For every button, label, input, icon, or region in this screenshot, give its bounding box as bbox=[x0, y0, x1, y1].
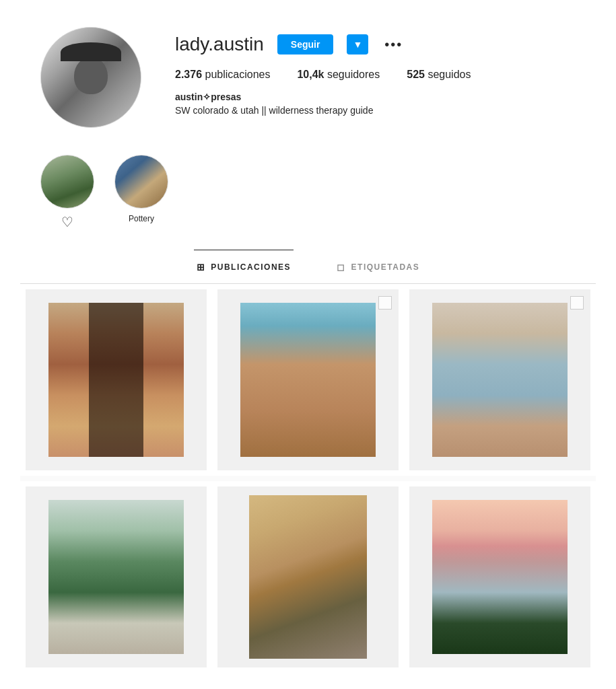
more-options-button[interactable]: ••• bbox=[382, 37, 405, 52]
chevron-down-icon: ▼ bbox=[353, 39, 362, 50]
seguidos-count: 525 bbox=[407, 69, 425, 80]
stat-seguidores[interactable]: 10,4k seguidores bbox=[297, 69, 380, 81]
post-image-6 bbox=[432, 500, 568, 654]
post-image-5 bbox=[249, 495, 367, 658]
row-separator bbox=[20, 476, 596, 481]
post-image-2 bbox=[240, 303, 376, 457]
avatar-wrapper bbox=[40, 27, 141, 128]
posts-grid-row1 bbox=[20, 284, 596, 476]
username: lady.austin bbox=[175, 34, 264, 55]
post-cell-1[interactable] bbox=[20, 284, 212, 476]
seguidores-label: seguidores bbox=[327, 69, 380, 80]
tab-publicaciones[interactable]: ⊞ PUBLICACIONES bbox=[194, 250, 294, 283]
profile-section: lady.austin Seguir ▼ ••• 2.376 publicaci… bbox=[0, 0, 616, 148]
posts-grid-row2 bbox=[20, 481, 596, 673]
seguidos-label: seguidos bbox=[427, 69, 471, 80]
tab-publicaciones-label: PUBLICACIONES bbox=[211, 262, 291, 272]
post-cell-5[interactable] bbox=[212, 481, 404, 673]
highlight-circle-2 bbox=[114, 155, 168, 209]
tab-etiquetadas[interactable]: ◻ ETIQUETADAS bbox=[334, 250, 422, 283]
stat-publicaciones[interactable]: 2.376 publicaciones bbox=[175, 69, 270, 81]
profile-top-row: lady.austin Seguir ▼ ••• bbox=[175, 34, 576, 55]
avatar bbox=[40, 27, 141, 128]
post-photo-river-boats bbox=[432, 303, 568, 457]
stats-row: 2.376 publicaciones 10,4k seguidores 525… bbox=[175, 69, 576, 81]
post-cell-6[interactable] bbox=[404, 481, 596, 673]
highlight-item-heart[interactable]: ♡ bbox=[40, 155, 94, 230]
post-photo-flowers bbox=[249, 495, 367, 658]
post-photo-forest-rock bbox=[48, 500, 184, 654]
post-photo-woman-desert bbox=[240, 303, 376, 457]
post-cell-4[interactable] bbox=[20, 481, 212, 673]
heart-icon: ♡ bbox=[61, 214, 73, 230]
grid-icon: ⊞ bbox=[197, 262, 206, 273]
seguidores-count: 10,4k bbox=[297, 69, 324, 80]
post-photo-canyon bbox=[48, 303, 184, 457]
bookmark-icon-2 bbox=[378, 296, 392, 310]
bio-description: SW colorado & utah || wilderness therapy… bbox=[175, 105, 576, 116]
publicaciones-label: publicaciones bbox=[205, 69, 271, 80]
highlights-section: ♡ Pottery bbox=[0, 148, 616, 250]
dropdown-button[interactable]: ▼ bbox=[347, 34, 368, 55]
posts-grid bbox=[0, 284, 616, 673]
post-image-4 bbox=[48, 500, 184, 654]
tag-icon: ◻ bbox=[337, 262, 346, 273]
profile-info: lady.austin Seguir ▼ ••• 2.376 publicaci… bbox=[175, 27, 576, 116]
post-cell-2[interactable] bbox=[212, 284, 404, 476]
post-image-3 bbox=[432, 303, 568, 457]
avatar-photo bbox=[41, 28, 141, 127]
tabs-row: ⊞ PUBLICACIONES ◻ ETIQUETADAS bbox=[20, 250, 596, 284]
post-photo-trees-sunset bbox=[432, 500, 568, 654]
highlight-pottery-label: Pottery bbox=[129, 214, 154, 223]
post-cell-3[interactable] bbox=[404, 284, 596, 476]
highlight-item-pottery[interactable]: Pottery bbox=[114, 155, 168, 223]
bookmark-icon-3 bbox=[570, 296, 584, 310]
stat-seguidos[interactable]: 525 seguidos bbox=[407, 69, 471, 81]
post-image-1 bbox=[48, 303, 184, 457]
tab-etiquetadas-label: ETIQUETADAS bbox=[351, 262, 420, 272]
highlight-circle-1 bbox=[40, 155, 94, 209]
bio-display-name: austin✧presas bbox=[175, 92, 576, 102]
publicaciones-count: 2.376 bbox=[175, 69, 202, 80]
seguir-button[interactable]: Seguir bbox=[277, 34, 334, 55]
